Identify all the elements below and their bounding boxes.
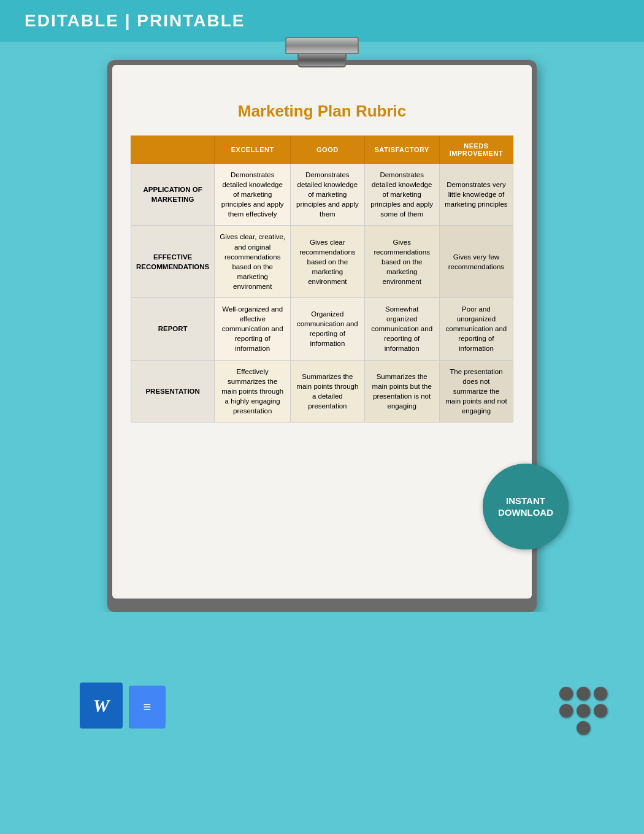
pushpin (594, 704, 607, 717)
banner-text: EDITABLE | PRINTABLE (25, 11, 245, 30)
cell-presentation-needs: The presentation does not summarize the … (439, 360, 513, 422)
cell-recommendations-satisfactory: Gives recommendations based on the marke… (364, 226, 439, 298)
top-banner: EDITABLE | PRINTABLE (0, 0, 644, 42)
header-satisfactory: SATISFACTORY (364, 136, 439, 164)
pushpin-group-2 (577, 687, 590, 735)
badge-line1: INSTANT (506, 495, 545, 507)
cell-report-excellent: Well-organized and effective communicati… (215, 298, 291, 360)
table-row: PRESENTATION Effectively summarizes the … (131, 360, 513, 422)
clip-middle (297, 54, 347, 67)
cell-application-excellent: Demonstrates detailed knowledge of marke… (215, 164, 291, 226)
header-needs: NEEDS IMPROVEMENT (439, 136, 513, 164)
row-label-recommendations: EFFECTIVE RECOMMENDATIONS (131, 226, 215, 298)
row-label-presentation: PRESENTATION (131, 360, 215, 422)
row-label-report: REPORT (131, 298, 215, 360)
rubric-table: EXCELLENT GOOD SATISFACTORY NEEDS IMPROV… (131, 136, 513, 423)
cell-presentation-excellent: Effectively summarizes the main points t… (215, 360, 291, 422)
rubric-title: Marketing Plan Rubric (131, 102, 513, 121)
cell-recommendations-excellent: Gives clear, creative, and original reco… (215, 226, 291, 298)
cell-application-good: Demonstrates detailed knowledge of marke… (291, 164, 364, 226)
pushpin-group-3 (594, 687, 607, 735)
pushpin (577, 687, 590, 700)
header-excellent: EXCELLENT (215, 136, 291, 164)
docs-icon (129, 686, 166, 729)
row-label-application: APPLICATION OF MARKETING (131, 164, 215, 226)
cell-report-needs: Poor and unorganized communication and r… (439, 298, 513, 360)
cell-presentation-satisfactory: Summarizes the main points but the prese… (364, 360, 439, 422)
table-row: EFFECTIVE RECOMMENDATIONS Gives clear, c… (131, 226, 513, 298)
cell-recommendations-needs: Gives very few recommendations (439, 226, 513, 298)
pushpin (577, 721, 590, 735)
cell-report-good: Organized communication and reporting of… (291, 298, 364, 360)
pushpin (577, 704, 590, 717)
cell-recommendations-good: Gives clear recommendations based on the… (291, 226, 364, 298)
clipboard: Marketing Plan Rubric EXCELLENT GOOD SAT… (107, 60, 537, 612)
clipboard-clip (285, 37, 359, 67)
pushpin (594, 687, 607, 700)
cell-application-satisfactory: Demonstrates detailed knowledge of marke… (364, 164, 439, 226)
instant-download-badge[interactable]: INSTANT DOWNLOAD (483, 464, 569, 549)
paper: Marketing Plan Rubric EXCELLENT GOOD SAT… (112, 65, 532, 599)
badge-line2: DOWNLOAD (498, 507, 553, 519)
word-icon-wrapper (80, 683, 123, 729)
pushpin (559, 687, 573, 700)
header-good: GOOD (291, 136, 364, 164)
table-row: APPLICATION OF MARKETING Demonstrates de… (131, 164, 513, 226)
clip-top (285, 37, 359, 54)
cell-application-needs: Demonstrates very little knowledge of ma… (439, 164, 513, 226)
clipboard-outer: Marketing Plan Rubric EXCELLENT GOOD SAT… (0, 42, 644, 612)
bottom-section (0, 612, 644, 747)
word-icon (80, 683, 123, 729)
table-header-row: EXCELLENT GOOD SATISFACTORY NEEDS IMPROV… (131, 136, 513, 164)
pushpin-group-1 (559, 687, 573, 735)
table-row: REPORT Well-organized and effective comm… (131, 298, 513, 360)
pushpin (559, 704, 573, 717)
pushpins-decoration (559, 687, 607, 735)
bottom-icons (80, 683, 166, 729)
cell-presentation-good: Summarizes the main points through a det… (291, 360, 364, 422)
header-criteria (131, 136, 215, 164)
cell-report-satisfactory: Somewhat organized communication and rep… (364, 298, 439, 360)
